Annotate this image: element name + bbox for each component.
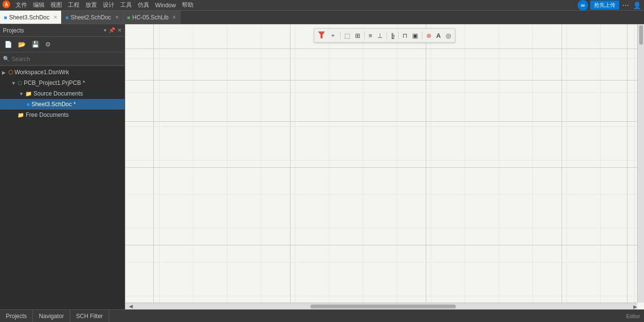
tree-item-workspace[interactable]: ▶ ⬡ Workspace1.DsnWrk — [0, 67, 125, 78]
tab-sheet2[interactable]: ■ Sheet2.SchDoc ✕ — [62, 11, 123, 24]
h-scroll-track — [133, 305, 633, 308]
tree-item-pcbproject[interactable]: ▼ ⬡ PCB_Project1.PrjPCB * — [0, 78, 125, 88]
h-scroll-left: ◀ — [129, 304, 133, 309]
row-sep-2 — [125, 121, 644, 122]
pcbproject-label: PCB_Project1.PrjPCB * — [24, 80, 85, 86]
bottom-tab-navigator-label: Navigator — [39, 313, 64, 320]
tree-item-source-docs[interactable]: ▼ 📁 Source Documents — [0, 88, 125, 99]
junction-button[interactable]: ⊥ — [375, 31, 385, 41]
panel-close-icon[interactable]: ✕ — [117, 27, 122, 33]
tree-container: ▶ ⬡ Workspace1.DsnWrk ▼ ⬡ PCB_Project1.P… — [0, 66, 125, 309]
tab-hc05-label: HC-05.SchLib — [132, 14, 169, 21]
sch-icon: ■ — [27, 101, 30, 107]
tab-hc05[interactable]: ■ HC-05.SchLib ✕ — [123, 11, 180, 24]
bottom-tab-sch-filter[interactable]: SCH Filter — [70, 310, 109, 322]
svg-marker-2 — [318, 32, 325, 38]
workspace-label: Workspace1.DsnWrk — [15, 69, 69, 76]
bottom-tab-navigator[interactable]: Navigator — [33, 310, 70, 322]
component-button[interactable]: ▣ — [410, 31, 420, 41]
menu-simulate[interactable]: 仿真 — [135, 1, 152, 9]
menu-place[interactable]: 放置 — [82, 1, 100, 9]
h-scroll-right-arrow[interactable]: ▶ — [633, 304, 637, 309]
bus-tool-button[interactable]: ≡ — [367, 31, 374, 41]
h-scroll-left-arrow[interactable]: ◀ — [129, 304, 133, 309]
tab-hc05-icon: ■ — [127, 15, 130, 20]
col-sep-0 — [153, 24, 154, 309]
tree-arrow-pcb: ▼ — [11, 80, 16, 86]
menu-design[interactable]: 设计 — [100, 1, 117, 9]
tree-arrow-source: ▼ — [19, 91, 24, 97]
sep-5 — [422, 32, 422, 39]
tab-sheet3-label: Sheet3.SchDoc — [9, 14, 49, 21]
tree-item-free-docs[interactable]: 📁 Free Documents — [0, 110, 125, 120]
v-scrollbar-thumb[interactable] — [639, 25, 643, 45]
open-file-button[interactable]: 📂 — [16, 39, 28, 49]
panel-header-icons: ▾ 📌 ✕ — [104, 27, 122, 33]
col-sep-4 — [627, 24, 628, 309]
panel-header: Projects ▾ 📌 ✕ — [0, 24, 125, 37]
net-label-container: ∥ 2 — [389, 31, 396, 41]
panel-dropdown-icon[interactable]: ▾ — [104, 27, 107, 33]
tab-sheet3-close[interactable]: ✕ — [53, 15, 57, 20]
bottom-bar: Projects Navigator SCH Filter Editor — [0, 309, 644, 322]
menu-file[interactable]: 文件 — [13, 1, 30, 9]
free-folder-icon: 📁 — [17, 112, 24, 118]
main-layout: Projects ▾ 📌 ✕ 📄 📂 💾 ⚙ 🔍 ▶ ⬡ Workspace1.… — [0, 24, 644, 309]
top-right-icons: ∞ 抢先上传 ⋯ 👤 — [578, 0, 642, 11]
row-sep-4 — [125, 245, 644, 245]
left-panel: Projects ▾ 📌 ✕ 📄 📂 💾 ⚙ 🔍 ▶ ⬡ Workspace1.… — [0, 24, 125, 309]
logo-circle: ∞ — [578, 0, 588, 11]
settings-button[interactable]: ⚙ — [43, 39, 53, 49]
search-icon: 🔍 — [3, 56, 10, 62]
power-button[interactable]: ⊓ — [401, 31, 409, 41]
vertical-scrollbar[interactable] — [637, 24, 644, 303]
tree-arrow-workspace: ▶ — [2, 70, 7, 75]
h-scrollbar-thumb[interactable] — [310, 305, 456, 308]
row-sep-1 — [125, 80, 644, 80]
tab-sheet2-close[interactable]: ✕ — [115, 15, 119, 20]
image-button[interactable]: ◎ — [444, 31, 453, 41]
menu-window[interactable]: Window — [152, 2, 179, 9]
menu-edit[interactable]: 编辑 — [30, 1, 48, 9]
row-sep-0 — [125, 48, 644, 49]
sheet3-label: Sheet3.SchDoc * — [32, 101, 76, 108]
bottom-tab-projects-label: Projects — [6, 313, 27, 320]
search-input[interactable] — [12, 56, 122, 63]
panel-pin-icon[interactable]: 📌 — [109, 27, 115, 33]
no-erc-button[interactable]: ⊗ — [424, 31, 434, 41]
tab-sheet2-label: Sheet2.SchDoc — [71, 14, 111, 21]
app-logo: A — [2, 0, 11, 10]
menu-toggle-icon[interactable]: ⋯ — [621, 1, 630, 9]
text-button[interactable]: A — [435, 31, 443, 41]
tab-sheet3-icon: ■ — [4, 15, 7, 20]
free-docs-label: Free Documents — [26, 112, 69, 118]
menu-help[interactable]: 帮助 — [179, 1, 196, 9]
menu-tools[interactable]: 工具 — [117, 1, 135, 9]
wire-grid-button[interactable]: ⊞ — [353, 31, 362, 41]
tab-hc05-close[interactable]: ✕ — [172, 15, 176, 20]
editor-label: Editor — [626, 313, 640, 319]
search-row: 🔍 — [0, 52, 125, 66]
bottom-tab-sch-filter-label: SCH Filter — [76, 313, 103, 320]
add-tool-button[interactable]: ＋ — [328, 30, 338, 41]
menu-view[interactable]: 视图 — [48, 1, 65, 9]
editor-area[interactable]: ＋ ⬚ ⊞ ≡ ⊥ ∥ 2 ⊓ ▣ ⊗ A ◎ ◀ — [125, 24, 644, 309]
horizontal-scrollbar[interactable]: ◀ ▶ — [125, 303, 637, 309]
svg-text:A: A — [4, 2, 8, 7]
filter-tool-button[interactable] — [316, 30, 327, 41]
user-icon[interactable]: 👤 — [632, 1, 642, 9]
bottom-tab-projects[interactable]: Projects — [0, 310, 33, 322]
menu-project[interactable]: 工程 — [65, 1, 82, 9]
editor-toolbar: ＋ ⬚ ⊞ ≡ ⊥ ∥ 2 ⊓ ▣ ⊗ A ◎ — [314, 28, 455, 43]
new-file-button[interactable]: 📄 — [2, 39, 15, 49]
source-docs-label: Source Documents — [33, 90, 83, 97]
sep-1 — [340, 32, 340, 39]
save-button[interactable]: 💾 — [29, 39, 42, 49]
sep-2 — [364, 32, 365, 39]
sep-3 — [386, 32, 387, 39]
cloud-upload-button[interactable]: 抢先上传 — [590, 0, 619, 10]
select-tool-button[interactable]: ⬚ — [342, 31, 352, 41]
col-sep-2 — [426, 24, 426, 309]
tab-sheet3[interactable]: ■ Sheet3.SchDoc ✕ — [0, 11, 62, 24]
tree-item-sheet3[interactable]: ■ Sheet3.SchDoc * — [0, 99, 125, 110]
